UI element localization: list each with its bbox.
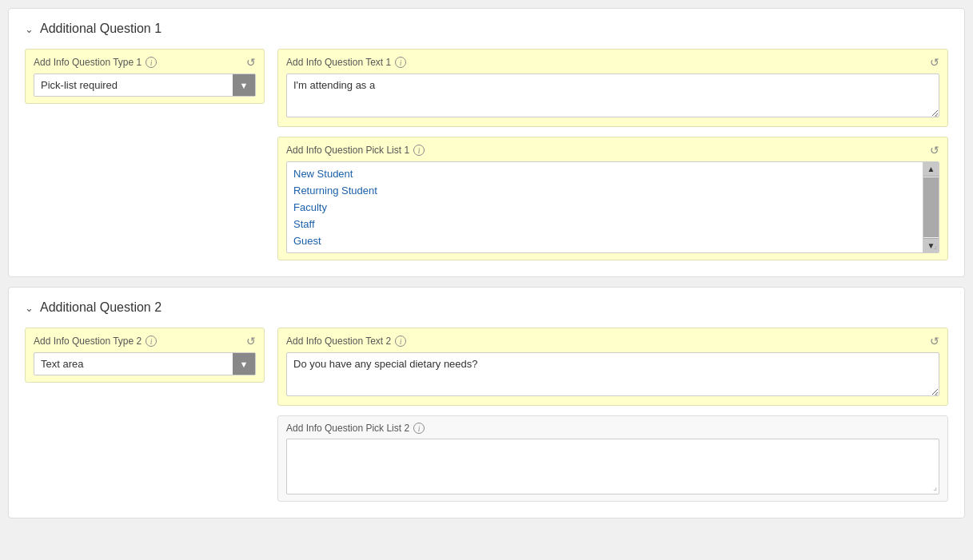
- section-2-card: ⌄ Additional Question 2 Add Info Questio…: [8, 287, 965, 518]
- q1-text-resize-icon: ⌟: [934, 108, 938, 118]
- section-2-header: ⌄ Additional Question 2: [25, 300, 948, 315]
- q2-picklist-label-row: Add Info Question Pick List 2 i: [286, 423, 939, 434]
- q2-picklist-box: Add Info Question Pick List 2 i ⌟: [277, 415, 948, 502]
- section-1-title: Additional Question 1: [40, 22, 162, 36]
- q2-type-label: Add Info Question Type 2: [34, 336, 142, 347]
- q2-text-resize-icon: ⌟: [934, 387, 938, 397]
- q1-picklist-list-box: New Student Returning Student Faculty St…: [286, 161, 939, 253]
- q1-type-label: Add Info Question Type 1: [34, 57, 142, 68]
- q1-text-label: Add Info Question Text 1: [286, 57, 391, 68]
- section-1-header: ⌄ Additional Question 1: [25, 22, 948, 36]
- q1-type-label-left: Add Info Question Type 1 i: [34, 57, 157, 68]
- q1-picklist-inner: New Student Returning Student Faculty St…: [287, 162, 939, 252]
- section-1-fields-row: Add Info Question Type 1 i ↺ Pick-list r…: [25, 49, 948, 260]
- q2-picklist-resize-icon: ⌟: [933, 482, 937, 492]
- q1-type-info-icon[interactable]: i: [146, 57, 157, 68]
- q2-type-select-wrapper: Pick-list required Text area Text field …: [34, 352, 256, 375]
- section-2-fields-row: Add Info Question Type 2 i ↺ Pick-list r…: [25, 328, 948, 502]
- q2-picklist-info-icon[interactable]: i: [413, 423, 425, 434]
- q1-type-reset-icon[interactable]: ↺: [246, 56, 256, 69]
- list-item[interactable]: Staff: [293, 216, 915, 232]
- q2-picklist-label-left: Add Info Question Pick List 2 i: [286, 423, 425, 434]
- q1-text-box: Add Info Question Text 1 i ↺ I'm attendi…: [277, 49, 948, 127]
- list-item[interactable]: Returning Student: [293, 182, 915, 199]
- q2-type-label-left: Add Info Question Type 2 i: [34, 336, 157, 347]
- q1-text-textarea[interactable]: I'm attending as a: [286, 73, 939, 117]
- q2-type-info-icon[interactable]: i: [146, 336, 157, 347]
- q2-text-label: Add Info Question Text 2: [286, 336, 391, 347]
- q1-picklist-scrollbar: ▲ ▼: [923, 162, 939, 252]
- q1-picklist-label-row: Add Info Question Pick List 1 i ↺: [286, 144, 939, 157]
- q1-picklist-resize-icon: ⌟: [933, 240, 937, 251]
- section-2-right: Add Info Question Text 2 i ↺ Do you have…: [277, 328, 948, 502]
- q1-text-reset-icon[interactable]: ↺: [930, 56, 939, 69]
- q1-type-select[interactable]: Pick-list required Text area Text field: [34, 74, 255, 96]
- q2-text-reset-icon[interactable]: ↺: [930, 335, 939, 348]
- q1-text-info-icon[interactable]: i: [395, 57, 406, 68]
- q2-text-label-row: Add Info Question Text 2 i ↺: [286, 335, 939, 348]
- list-item[interactable]: Faculty: [293, 199, 915, 216]
- q1-text-label-left: Add Info Question Text 1 i: [286, 57, 406, 68]
- q1-picklist-info-icon[interactable]: i: [413, 145, 425, 156]
- list-item[interactable]: Guest: [293, 232, 915, 249]
- scroll-thumb[interactable]: [923, 177, 939, 237]
- q2-text-info-icon[interactable]: i: [395, 336, 406, 347]
- q1-picklist-box: Add Info Question Pick List 1 i ↺ New St…: [277, 137, 948, 260]
- q1-type-label-row: Add Info Question Type 1 i ↺: [34, 56, 256, 69]
- section-1-right: Add Info Question Text 1 i ↺ I'm attendi…: [277, 49, 948, 260]
- q2-text-textarea[interactable]: Do you have any special dietary needs?: [286, 352, 939, 396]
- section-1-card: ⌄ Additional Question 1 Add Info Questio…: [8, 8, 965, 277]
- q1-picklist-label: Add Info Question Pick List 1: [286, 145, 409, 156]
- list-item[interactable]: New Student: [293, 165, 915, 182]
- section-2-title: Additional Question 2: [40, 300, 162, 315]
- q1-type-box: Add Info Question Type 1 i ↺ Pick-list r…: [25, 49, 265, 104]
- q2-type-box: Add Info Question Type 2 i ↺ Pick-list r…: [25, 328, 265, 383]
- q2-text-box: Add Info Question Text 2 i ↺ Do you have…: [277, 328, 948, 406]
- q2-picklist-empty-box: ⌟: [286, 439, 939, 494]
- section-2-left: Add Info Question Type 2 i ↺ Pick-list r…: [25, 328, 265, 383]
- q2-type-label-row: Add Info Question Type 2 i ↺: [34, 335, 256, 348]
- q2-type-reset-icon[interactable]: ↺: [246, 335, 256, 348]
- section-2-chevron-icon[interactable]: ⌄: [25, 302, 34, 314]
- q1-type-select-wrapper: Pick-list required Text area Text field …: [34, 73, 256, 97]
- q1-picklist-reset-icon[interactable]: ↺: [930, 144, 939, 157]
- page-wrapper: ⌄ Additional Question 1 Add Info Questio…: [0, 0, 973, 526]
- q1-picklist-label-left: Add Info Question Pick List 1 i: [286, 145, 425, 156]
- section-1-left: Add Info Question Type 1 i ↺ Pick-list r…: [25, 49, 265, 104]
- q2-text-label-left: Add Info Question Text 2 i: [286, 336, 406, 347]
- q2-picklist-label: Add Info Question Pick List 2: [286, 423, 409, 434]
- scroll-up-icon[interactable]: ▲: [923, 162, 939, 177]
- q2-type-select[interactable]: Pick-list required Text area Text field: [34, 353, 255, 375]
- section-1-chevron-icon[interactable]: ⌄: [25, 23, 34, 35]
- q1-text-label-row: Add Info Question Text 1 i ↺: [286, 56, 939, 69]
